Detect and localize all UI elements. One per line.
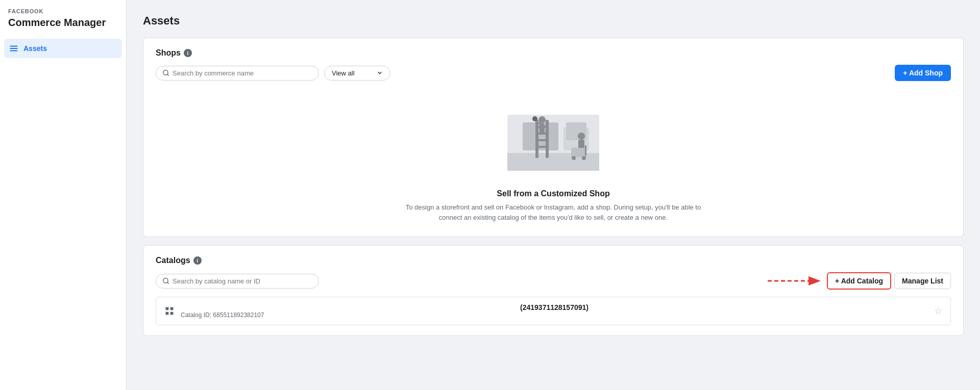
svg-point-23 (572, 156, 576, 160)
main-content: Assets Shops i View all + Add Shop (127, 0, 980, 390)
search-icon (162, 69, 169, 76)
svg-line-27 (167, 282, 169, 284)
catalog-list-item: (2419371128157091) Catalog ID: 685511892… (156, 297, 951, 325)
add-shop-button-label: + Add Shop (903, 69, 943, 77)
shops-empty-state: Sell from a Customized Shop To design a … (156, 89, 951, 226)
sidebar-item-assets[interactable]: Assets (4, 39, 122, 58)
add-shop-button[interactable]: + Add Shop (895, 65, 951, 81)
chevron-down-icon (377, 70, 383, 76)
shops-search-input[interactable] (173, 69, 312, 77)
catalogs-search-input[interactable] (173, 277, 312, 285)
svg-rect-22 (571, 148, 586, 157)
shops-card: Shops i View all + Add Shop (143, 38, 964, 237)
catalogs-card: Catalogs i (143, 245, 964, 336)
catalogs-section-title: Catalogs (156, 256, 190, 265)
catalogs-info-icon[interactable]: i (193, 256, 202, 265)
page-title: Assets (143, 14, 964, 28)
svg-rect-30 (166, 307, 169, 310)
svg-rect-32 (166, 312, 169, 315)
svg-rect-15 (535, 146, 549, 148)
shops-section-header: Shops i (156, 48, 951, 58)
add-catalog-button-label: + Add Catalog (835, 277, 883, 285)
svg-rect-33 (170, 312, 174, 315)
svg-rect-31 (170, 307, 174, 310)
catalog-name: (2419371128157091) (181, 303, 928, 311)
svg-line-4 (167, 74, 169, 76)
shops-empty-title: Sell from a Customized Shop (497, 189, 609, 198)
svg-point-24 (582, 156, 586, 160)
svg-rect-25 (585, 145, 586, 155)
shops-section-title: Shops (156, 48, 181, 58)
shops-view-dropdown[interactable]: View all (324, 66, 390, 81)
shops-view-dropdown-label: View all (332, 69, 374, 77)
svg-rect-11 (546, 120, 549, 158)
list-icon (9, 44, 18, 53)
catalog-grid-icon (164, 306, 175, 316)
catalogs-toolbar: + Add Catalog Manage List (156, 272, 951, 290)
svg-point-19 (532, 116, 537, 121)
catalogs-section-header: Catalogs i (156, 256, 951, 265)
add-catalog-button[interactable]: + Add Catalog (827, 272, 891, 290)
shops-empty-desc: To design a storefront and sell on Faceb… (400, 202, 706, 222)
facebook-wordmark: FACEBOOK (8, 8, 118, 14)
shops-search-box[interactable] (156, 66, 319, 81)
shops-illustration (487, 99, 620, 181)
catalog-info: (2419371128157091) Catalog ID: 685511892… (181, 303, 928, 319)
sidebar-title: Commerce Manager (8, 16, 118, 29)
svg-rect-14 (535, 139, 549, 141)
manage-list-button-label: Manage List (902, 277, 943, 285)
svg-point-20 (578, 133, 585, 140)
sidebar: FACEBOOK Commerce Manager Assets (0, 0, 127, 390)
catalogs-search-box[interactable] (156, 274, 319, 289)
catalog-favorite-star[interactable]: ☆ (934, 305, 942, 317)
svg-rect-17 (540, 123, 545, 134)
catalog-id: Catalog ID: 685511892382107 (181, 311, 928, 319)
sidebar-header: FACEBOOK Commerce Manager (0, 0, 126, 37)
manage-list-button[interactable]: Manage List (894, 273, 951, 289)
search-icon (162, 277, 169, 284)
sidebar-nav: Assets (0, 37, 126, 60)
dashed-arrow-annotation (763, 273, 824, 289)
shops-info-icon[interactable]: i (184, 49, 192, 57)
sidebar-item-assets-label: Assets (23, 44, 47, 53)
svg-rect-10 (535, 120, 538, 158)
shops-toolbar: View all + Add Shop (156, 65, 951, 81)
